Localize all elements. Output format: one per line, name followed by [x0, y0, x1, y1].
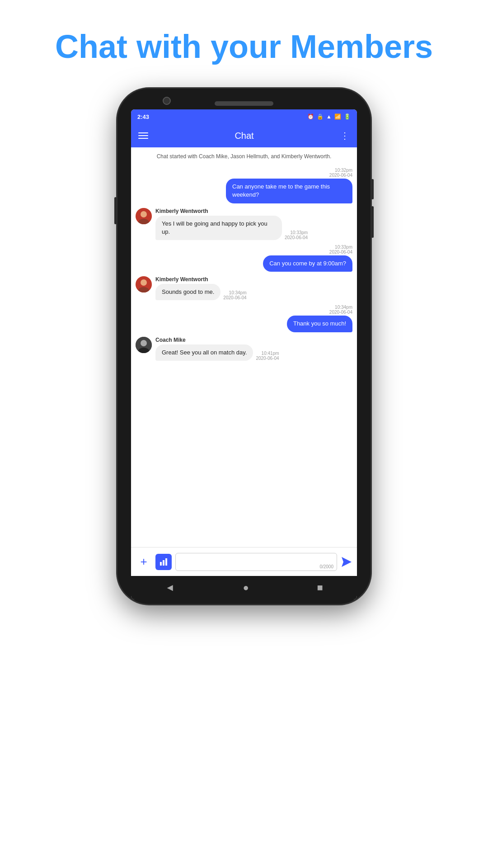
- navigation-bar: ◄ ● ■: [131, 576, 357, 599]
- app-bar: Chat ⋮: [131, 124, 357, 147]
- svg-marker-12: [342, 557, 352, 567]
- message-bubble: Sounds good to me.: [155, 284, 221, 300]
- chat-content: Chat started with Coach Mike, Jason Hell…: [131, 147, 357, 547]
- volume-down-button: [371, 206, 374, 238]
- message-timestamp: 10:32pm2020-06-04: [329, 168, 352, 178]
- message-bubble: Can you come by at 9:00am?: [263, 255, 352, 272]
- alarm-icon: ⏰: [307, 113, 314, 120]
- message-timestamp: 10:33pm2020-06-04: [329, 245, 352, 255]
- message-bubble: Yes I will be going and happy to pick yo…: [155, 216, 282, 240]
- plus-icon: +: [140, 555, 147, 569]
- message-with-avatar: Coach Mike Great! See you all on match d…: [136, 337, 279, 361]
- add-attachment-button[interactable]: +: [136, 554, 152, 570]
- message-row: Coach Mike Great! See you all on match d…: [136, 337, 352, 361]
- home-button[interactable]: ●: [243, 582, 249, 594]
- bubble-wrapper: Yes I will be going and happy to pick yo…: [155, 216, 308, 240]
- svg-rect-9: [160, 562, 162, 566]
- avatar: [136, 276, 152, 292]
- svg-rect-11: [165, 558, 167, 566]
- message-bubble: Thank you so much!: [287, 316, 352, 332]
- message-timestamp: 10:34pm2020-06-04: [329, 305, 352, 315]
- message-row: 10:32pm2020-06-04 Can anyone take me to …: [136, 168, 352, 203]
- phone-mockup: 2:43 ⏰ 🔒 ▲ 📶 🔋 Chat ⋮: [117, 89, 371, 604]
- message-row: 10:34pm2020-06-04 Thank you so much!: [136, 305, 352, 332]
- bubble-wrapper: Can anyone take me to the game this week…: [226, 179, 352, 203]
- signal-icon: 📶: [334, 113, 341, 120]
- message-row: 10:33pm2020-06-04 Can you come by at 9:0…: [136, 245, 352, 272]
- message-bubble: Great! See you all on match day.: [155, 344, 253, 361]
- wifi-icon: ▲: [326, 113, 332, 120]
- back-button[interactable]: ◄: [165, 582, 175, 594]
- send-button[interactable]: [341, 556, 352, 568]
- hamburger-line-2: [138, 135, 148, 136]
- page-title: Chat with your Members: [55, 27, 433, 66]
- status-time: 2:43: [137, 113, 149, 120]
- sender-name: Coach Mike: [155, 337, 279, 343]
- message-row: Kimberly Wentworth Sounds good to me. 10…: [136, 276, 352, 300]
- bubble-wrapper: Thank you so much!: [287, 316, 352, 332]
- power-button: [114, 197, 117, 224]
- app-bar-title: Chat: [148, 131, 340, 141]
- hamburger-line-3: [138, 138, 148, 139]
- status-bar: 2:43 ⏰ 🔒 ▲ 📶 🔋: [131, 109, 357, 124]
- svg-rect-10: [163, 560, 164, 566]
- menu-button[interactable]: [138, 132, 148, 139]
- system-message: Chat started with Coach Mike, Jason Hell…: [136, 153, 352, 160]
- message-input[interactable]: [175, 553, 337, 571]
- avatar: [136, 337, 152, 353]
- message-timestamp: 10:41pm2020-06-04: [256, 351, 279, 361]
- sender-name: Kimberly Wentworth: [155, 208, 308, 214]
- message-with-avatar: Kimberly Wentworth Sounds good to me. 10…: [136, 276, 247, 300]
- hamburger-line-1: [138, 132, 148, 133]
- svg-point-4: [141, 279, 147, 286]
- status-icons: ⏰ 🔒 ▲ 📶 🔋: [307, 113, 351, 120]
- bubble-wrapper: Sounds good to me. 10:34pm2020-06-04: [155, 284, 247, 300]
- chart-button[interactable]: [155, 554, 172, 570]
- front-camera: [163, 97, 171, 105]
- phone-outer: 2:43 ⏰ 🔒 ▲ 📶 🔋 Chat ⋮: [117, 89, 371, 604]
- message-timestamp: 10:34pm2020-06-04: [223, 290, 246, 300]
- bottom-bar: + 0/2000: [131, 547, 357, 576]
- phone-screen: 2:43 ⏰ 🔒 ▲ 📶 🔋 Chat ⋮: [131, 109, 357, 599]
- send-icon: [341, 556, 352, 568]
- svg-point-1: [141, 211, 147, 217]
- recents-button[interactable]: ■: [317, 582, 323, 594]
- battery-icon: 🔋: [344, 113, 351, 120]
- volume-up-button: [371, 179, 374, 199]
- avatar: [136, 208, 152, 224]
- bar-chart-icon: [159, 557, 168, 566]
- svg-point-7: [141, 340, 147, 346]
- bubble-wrapper: Great! See you all on match day. 10:41pm…: [155, 344, 279, 361]
- lock-icon: 🔒: [317, 113, 324, 120]
- message-bubble: Can anyone take me to the game this week…: [226, 179, 352, 203]
- message-with-avatar: Kimberly Wentworth Yes I will be going a…: [136, 208, 308, 240]
- message-row: Kimberly Wentworth Yes I will be going a…: [136, 208, 352, 240]
- message-input-wrapper: 0/2000: [175, 553, 337, 571]
- sender-name: Kimberly Wentworth: [155, 276, 247, 283]
- bubble-wrapper: Can you come by at 9:00am?: [263, 255, 352, 272]
- char-count: 0/2000: [319, 564, 333, 569]
- message-timestamp: 10:33pm2020-06-04: [285, 230, 308, 240]
- more-options-button[interactable]: ⋮: [340, 130, 350, 141]
- earpiece-speaker: [215, 101, 273, 106]
